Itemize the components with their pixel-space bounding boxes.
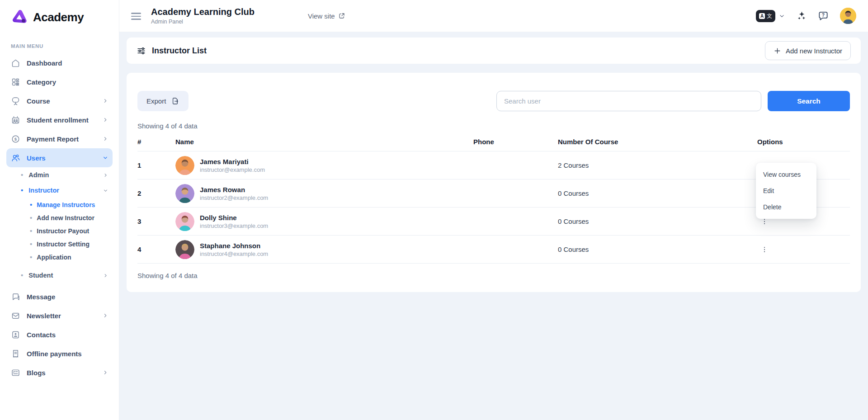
brand-logo[interactable]: Academy [6, 7, 113, 27]
chevron-down-icon [103, 188, 108, 193]
sidebar-item-label: Add new Instructor [37, 214, 94, 222]
menu-item-edit[interactable]: Edit [756, 183, 816, 199]
search-button[interactable]: Search [768, 91, 850, 111]
instructor-email: instructor@example.com [200, 166, 265, 173]
sidebar-item-manage-instructors[interactable]: • Manage Instructors [6, 198, 113, 211]
help-button[interactable]: ? [817, 10, 829, 22]
sidebar-item-offline-payments[interactable]: Offline payments [6, 344, 113, 363]
svg-text:$: $ [14, 136, 17, 141]
export-button[interactable]: Export [137, 91, 189, 111]
column-header-index: # [137, 138, 175, 146]
sidebar-item-category[interactable]: Category [6, 72, 113, 91]
instructor-courses: 2 Courses [558, 161, 757, 169]
add-new-instructor-button[interactable]: Add new Instructor [765, 41, 851, 60]
site-title: Academy Learning Club [151, 7, 255, 17]
hamburger-icon[interactable] [131, 11, 141, 22]
payment-dollar-icon: $ [11, 134, 20, 144]
sidebar-item-student[interactable]: • Student [6, 268, 113, 283]
course-board-icon [11, 96, 20, 106]
sidebar-item-contacts[interactable]: Contacts [6, 325, 113, 344]
users-icon [11, 153, 20, 163]
sidebar-item-student-enrollment[interactable]: Student enrollment [6, 110, 113, 129]
bullet-icon: • [30, 255, 32, 260]
sidebar-item-label: Instructor Setting [37, 241, 90, 248]
bullet-icon: • [30, 229, 32, 233]
sidebar-item-instructor-setting[interactable]: • Instructor Setting [6, 237, 113, 250]
row-index: 4 [137, 245, 175, 253]
chevron-down-icon [779, 13, 785, 19]
sidebar-item-payment-report[interactable]: $ Payment Report [6, 129, 113, 148]
sidebar-item-instructor-payout[interactable]: • Instructor Payout [6, 224, 113, 237]
result-count-bottom: Showing 4 of 4 data [137, 272, 850, 279]
sparkles-button[interactable] [796, 10, 807, 21]
sidebar-item-label: Admin [28, 171, 49, 179]
sidebar-item-admin[interactable]: • Admin [6, 167, 113, 183]
column-header-options: Options [757, 138, 850, 146]
menu-item-delete[interactable]: Delete [756, 199, 816, 215]
sidebar-section-label: MAIN MENU [11, 43, 108, 49]
menu-item-view-courses[interactable]: View courses [756, 166, 816, 183]
sidebar-item-label: Payment Report [27, 135, 79, 143]
sidebar-item-label: Course [27, 97, 50, 105]
instructor-courses: 0 Courses [558, 189, 757, 197]
instructor-avatar [175, 184, 194, 203]
top-bar: Academy Learning Club Admin Panel View s… [119, 0, 868, 32]
column-header-name: Name [175, 138, 473, 146]
site-subtitle: Admin Panel [151, 19, 255, 25]
sidebar-item-newsletter[interactable]: Newsletter [6, 306, 113, 325]
sidebar-item-add-new-instructor[interactable]: • Add new Instructor [6, 211, 113, 224]
sidebar-item-blogs[interactable]: Blogs [6, 363, 113, 382]
instructor-name: James Mariyati [200, 158, 265, 165]
table-toolbar: Export Search [137, 91, 850, 111]
export-label: Export [146, 97, 166, 105]
blogs-icon [11, 368, 20, 378]
instructor-name: James Rowan [200, 186, 268, 193]
result-count-top: Showing 4 of 4 data [137, 122, 850, 130]
sidebar-item-instructor[interactable]: • Instructor [6, 183, 113, 198]
view-site-link[interactable]: View site [308, 12, 345, 20]
table-row: 4 Staphane Johnson instructor4@example.c… [137, 236, 850, 264]
external-link-icon [338, 12, 345, 19]
language-selector[interactable]: A文 [756, 10, 785, 22]
sidebar-item-label: Contacts [27, 331, 56, 339]
view-site-label: View site [308, 12, 335, 20]
column-header-courses: Number Of Course [558, 138, 757, 146]
student-enrollment-icon [11, 115, 20, 125]
bullet-icon: • [21, 273, 23, 278]
sidebar-item-label: Message [27, 293, 55, 301]
chevron-right-icon [103, 136, 108, 142]
main-content: Instructor List Add new Instructor Expor… [119, 32, 868, 420]
academy-logo-icon [11, 8, 29, 26]
bullet-icon: • [21, 188, 23, 193]
sidebar-item-users[interactable]: Users [6, 148, 113, 167]
sidebar-item-label: Instructor [28, 187, 59, 194]
sidebar-item-application[interactable]: • Application [6, 250, 113, 264]
bullet-icon: • [30, 216, 32, 220]
chevron-right-icon [103, 370, 108, 375]
user-avatar[interactable] [840, 8, 856, 24]
category-grid-icon [11, 77, 20, 87]
instructor-email: instructor2@example.com [200, 194, 268, 201]
search-input[interactable] [496, 91, 761, 111]
sparkles-icon [796, 10, 807, 21]
instructor-avatar [175, 156, 194, 175]
bullet-icon: • [21, 173, 23, 177]
message-icon [11, 292, 20, 302]
contacts-icon [11, 330, 20, 340]
row-options-kebab-icon[interactable] [758, 243, 771, 256]
sidebar-item-course[interactable]: Course [6, 91, 113, 110]
instructor-courses: 0 Courses [558, 217, 757, 225]
row-index: 1 [137, 161, 175, 169]
instructor-name: Dolly Shine [200, 214, 268, 222]
filter-sliders-icon [137, 46, 146, 56]
page-title-bar: Instructor List Add new Instructor [127, 38, 861, 64]
instructor-name: Staphane Johnson [200, 242, 268, 250]
sidebar: Academy MAIN MENU Dashboard Category Cou… [0, 0, 119, 420]
chevron-right-icon [103, 273, 108, 278]
instructor-email: instructor4@example.com [200, 250, 268, 257]
sidebar-item-dashboard[interactable]: Dashboard [6, 53, 113, 72]
table-row: 3 Dolly Shine instructor3@example.com [137, 208, 850, 236]
user-avatar-image [840, 8, 856, 24]
instructor-avatar [175, 240, 194, 259]
sidebar-item-message[interactable]: Message [6, 287, 113, 306]
